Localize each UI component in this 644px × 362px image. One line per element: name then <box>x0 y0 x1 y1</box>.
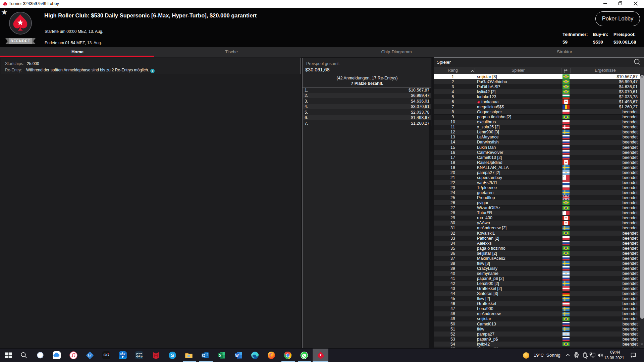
svg-text:X: X <box>219 354 221 358</box>
svg-text:W: W <box>235 354 239 358</box>
svg-text:S: S <box>171 353 174 358</box>
